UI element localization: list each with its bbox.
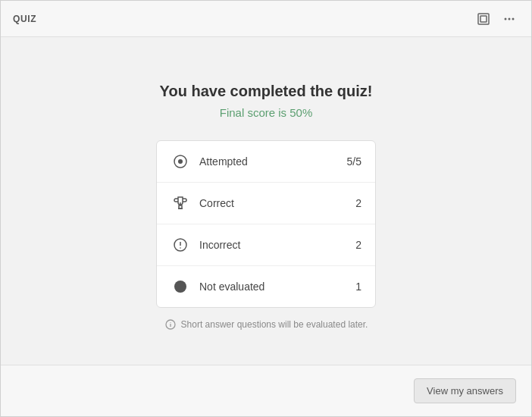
expand-button[interactable] [474, 9, 493, 29]
not-evaluated-value: 1 [355, 281, 361, 293]
final-score: Final score is 50% [220, 106, 313, 119]
info-note: Short answer questions will be evaluated… [164, 318, 368, 331]
svg-rect-0 [478, 14, 489, 24]
not-evaluated-icon [171, 277, 190, 296]
not-evaluated-label: Not evaluated [199, 281, 355, 293]
incorrect-row: Incorrect 2 [157, 224, 375, 266]
svg-point-2 [505, 17, 507, 20]
header-title: QUIZ [13, 14, 36, 24]
svg-point-10 [174, 281, 186, 293]
attempted-icon [171, 152, 190, 171]
correct-label: Correct [199, 197, 355, 209]
svg-point-9 [180, 247, 181, 249]
correct-value: 2 [355, 197, 361, 209]
footer: View my answers [1, 365, 531, 416]
svg-rect-1 [480, 16, 487, 22]
incorrect-icon [171, 235, 190, 255]
info-icon [164, 318, 177, 331]
view-answers-button[interactable]: View my answers [414, 378, 516, 403]
more-icon [502, 12, 516, 26]
attempted-value: 5/5 [347, 155, 361, 168]
info-note-text: Short answer questions will be evaluated… [181, 319, 368, 330]
more-button[interactable] [499, 9, 519, 29]
not-evaluated-row: Not evaluated 1 [157, 266, 375, 307]
svg-point-13 [170, 322, 171, 323]
incorrect-value: 2 [355, 239, 361, 251]
results-card: Attempted 5/5 Correct 2 [156, 140, 376, 308]
correct-icon [171, 193, 190, 213]
incorrect-label: Incorrect [199, 239, 355, 251]
completion-title: You have completed the quiz! [160, 83, 373, 100]
attempted-label: Attempted [199, 155, 347, 168]
main-content: You have completed the quiz! Final score… [1, 37, 531, 365]
header-actions [474, 9, 519, 29]
expand-icon [477, 12, 490, 26]
svg-point-3 [509, 17, 511, 20]
svg-point-6 [178, 159, 183, 164]
header: QUIZ [1, 1, 531, 37]
correct-row: Correct 2 [157, 183, 375, 224]
svg-point-4 [512, 17, 515, 20]
attempted-row: Attempted 5/5 [157, 141, 375, 183]
